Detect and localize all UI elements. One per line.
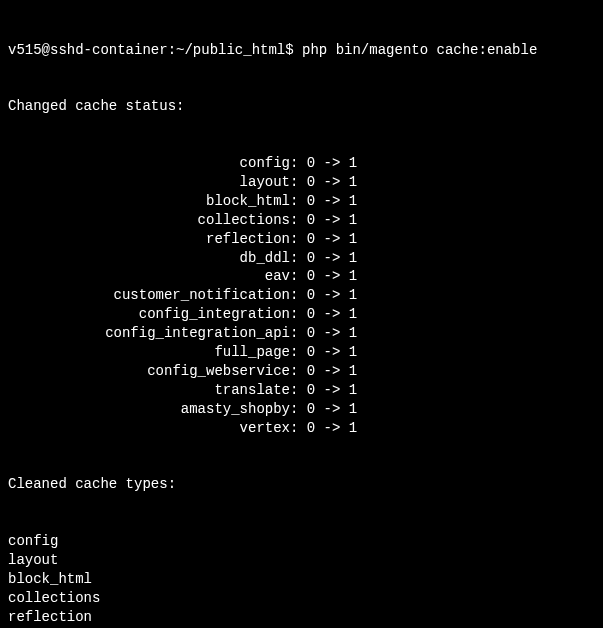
cache-status-change: : 0 -> 1 (290, 154, 357, 173)
command-text: php bin/magento cache:enable (302, 42, 537, 58)
cache-name: db_ddl (8, 249, 290, 268)
cleaned-type-item: layout (8, 551, 595, 570)
shell-prompt: v515@sshd-container:~/public_html$ (8, 42, 302, 58)
cache-status-row: block_html: 0 -> 1 (8, 192, 595, 211)
cleaned-types-list: configlayoutblock_htmlcollectionsreflect… (8, 532, 595, 628)
cache-status-row: collections: 0 -> 1 (8, 211, 595, 230)
cache-status-change: : 0 -> 1 (290, 211, 357, 230)
cache-name: full_page (8, 343, 290, 362)
cache-status-change: : 0 -> 1 (290, 192, 357, 211)
cache-status-row: customer_notification: 0 -> 1 (8, 286, 595, 305)
cache-status-change: : 0 -> 1 (290, 381, 357, 400)
cleaned-type-item: config (8, 532, 595, 551)
cache-status-change: : 0 -> 1 (290, 305, 357, 324)
cache-status-change: : 0 -> 1 (290, 249, 357, 268)
cache-status-list: config: 0 -> 1layout: 0 -> 1block_html: … (8, 154, 595, 437)
cache-name: config_integration_api (8, 324, 290, 343)
terminal-output[interactable]: v515@sshd-container:~/public_html$ php b… (8, 3, 595, 628)
cache-status-change: : 0 -> 1 (290, 400, 357, 419)
cleaned-types-header: Cleaned cache types: (8, 475, 595, 494)
cleaned-type-item: reflection (8, 608, 595, 627)
cleaned-type-item: collections (8, 589, 595, 608)
cache-status-row: eav: 0 -> 1 (8, 267, 595, 286)
cache-status-row: translate: 0 -> 1 (8, 381, 595, 400)
cache-status-row: amasty_shopby: 0 -> 1 (8, 400, 595, 419)
cache-status-row: full_page: 0 -> 1 (8, 343, 595, 362)
cache-status-row: db_ddl: 0 -> 1 (8, 249, 595, 268)
cache-status-change: : 0 -> 1 (290, 362, 357, 381)
cache-name: collections (8, 211, 290, 230)
cache-status-row: config_integration_api: 0 -> 1 (8, 324, 595, 343)
cleaned-type-item: block_html (8, 570, 595, 589)
cache-status-change: : 0 -> 1 (290, 267, 357, 286)
cache-status-row: config_integration: 0 -> 1 (8, 305, 595, 324)
cache-status-change: : 0 -> 1 (290, 286, 357, 305)
cache-status-row: layout: 0 -> 1 (8, 173, 595, 192)
cache-name: config_integration (8, 305, 290, 324)
cache-name: layout (8, 173, 290, 192)
cache-name: config (8, 154, 290, 173)
cache-status-row: config: 0 -> 1 (8, 154, 595, 173)
command-line: v515@sshd-container:~/public_html$ php b… (8, 41, 595, 60)
cache-name: vertex (8, 419, 290, 438)
cache-name: eav (8, 267, 290, 286)
cache-status-change: : 0 -> 1 (290, 343, 357, 362)
cache-name: amasty_shopby (8, 400, 290, 419)
cache-status-row: reflection: 0 -> 1 (8, 230, 595, 249)
cache-name: translate (8, 381, 290, 400)
cache-status-change: : 0 -> 1 (290, 173, 357, 192)
cache-status-row: config_webservice: 0 -> 1 (8, 362, 595, 381)
cache-name: reflection (8, 230, 290, 249)
cache-status-row: vertex: 0 -> 1 (8, 419, 595, 438)
cache-name: customer_notification (8, 286, 290, 305)
changed-status-header: Changed cache status: (8, 97, 595, 116)
cache-name: block_html (8, 192, 290, 211)
cache-status-change: : 0 -> 1 (290, 230, 357, 249)
cache-name: config_webservice (8, 362, 290, 381)
cache-status-change: : 0 -> 1 (290, 419, 357, 438)
cache-status-change: : 0 -> 1 (290, 324, 357, 343)
